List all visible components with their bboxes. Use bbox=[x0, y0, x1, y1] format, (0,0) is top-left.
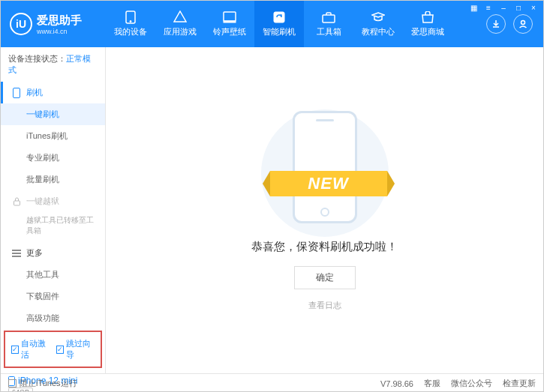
phone-icon bbox=[11, 88, 22, 98]
checkbox-block-itunes[interactable]: 阻止iTunes运行 bbox=[8, 378, 77, 389]
toolbox-icon bbox=[321, 10, 336, 24]
nav-apps[interactable]: 应用游戏 bbox=[155, 1, 205, 47]
sidebar-item-itunes-flash[interactable]: iTunes刷机 bbox=[1, 125, 105, 147]
svg-rect-5 bbox=[323, 15, 335, 22]
version-label: V7.98.66 bbox=[380, 379, 413, 388]
lock-icon bbox=[11, 197, 22, 206]
logo-icon: iU bbox=[10, 13, 32, 35]
svg-rect-7 bbox=[14, 88, 20, 97]
sidebar-item-advanced[interactable]: 高级功能 bbox=[1, 307, 105, 329]
svg-rect-3 bbox=[224, 21, 236, 22]
store-icon bbox=[420, 10, 435, 24]
sidebar-item-download-firmware[interactable]: 下载固件 bbox=[1, 286, 105, 307]
sidebar: 设备连接状态：正常模式 刷机 一键刷机 iTunes刷机 专业刷机 批量刷机 一… bbox=[1, 47, 106, 373]
success-message: 恭喜您，保资料刷机成功啦！ bbox=[251, 240, 398, 254]
success-illustration: NEW bbox=[276, 109, 374, 229]
checkbox-icon bbox=[8, 379, 17, 388]
svg-rect-8 bbox=[14, 201, 20, 205]
new-ribbon: NEW bbox=[270, 171, 387, 196]
win-minimize-button[interactable]: – bbox=[497, 2, 510, 13]
sidebar-item-pro-flash[interactable]: 专业刷机 bbox=[1, 147, 105, 169]
view-log-link[interactable]: 查看日志 bbox=[308, 300, 341, 311]
sidebar-section-more[interactable]: 更多 bbox=[1, 242, 105, 264]
check-icon: ✓ bbox=[11, 346, 19, 354]
more-icon bbox=[11, 250, 22, 257]
checkbox-auto-activate[interactable]: ✓ 自动激活 bbox=[11, 338, 50, 361]
window-controls: ▦ ≡ – □ × bbox=[467, 2, 540, 13]
check-icon: ✓ bbox=[56, 346, 64, 354]
app-header: iU 爱思助手 www.i4.cn 我的设备 应用游戏 铃声壁纸 智能刷机 工具… bbox=[1, 1, 543, 47]
wallpaper-icon bbox=[222, 10, 237, 24]
nav-toolbox[interactable]: 工具箱 bbox=[304, 1, 353, 47]
nav-my-device[interactable]: 我的设备 bbox=[106, 1, 155, 47]
checkbox-skip-wizard[interactable]: ✓ 跳过向导 bbox=[56, 338, 95, 361]
sidebar-item-other-tools[interactable]: 其他工具 bbox=[1, 264, 105, 286]
main-nav: 我的设备 应用游戏 铃声壁纸 智能刷机 工具箱 教程中心 爱思商城 bbox=[106, 1, 452, 47]
svg-point-6 bbox=[521, 21, 525, 25]
checkbox-highlight-box: ✓ 自动激活 ✓ 跳过向导 bbox=[4, 331, 102, 368]
win-settings-button[interactable]: ≡ bbox=[482, 2, 495, 13]
nav-flash[interactable]: 智能刷机 bbox=[254, 1, 304, 47]
svg-point-1 bbox=[130, 21, 131, 22]
svg-rect-4 bbox=[274, 12, 284, 22]
sidebar-section-flash[interactable]: 刷机 bbox=[1, 82, 105, 103]
apps-icon bbox=[173, 10, 188, 24]
flash-icon bbox=[272, 10, 287, 24]
svg-rect-2 bbox=[224, 12, 236, 21]
tutorial-icon bbox=[371, 10, 386, 24]
device-icon bbox=[123, 10, 138, 24]
connection-status: 设备连接状态：正常模式 bbox=[1, 47, 105, 82]
header-right-icons bbox=[486, 14, 543, 34]
logo-area: iU 爱思助手 www.i4.cn bbox=[1, 13, 106, 35]
user-button[interactable] bbox=[513, 14, 533, 34]
wechat-link[interactable]: 微信公众号 bbox=[451, 378, 492, 389]
sidebar-item-batch-flash[interactable]: 批量刷机 bbox=[1, 169, 105, 190]
customer-service-link[interactable]: 客服 bbox=[424, 378, 440, 389]
nav-ringtones[interactable]: 铃声壁纸 bbox=[205, 1, 254, 47]
nav-tutorials[interactable]: 教程中心 bbox=[353, 1, 403, 47]
sidebar-item-oneclick-flash[interactable]: 一键刷机 bbox=[1, 103, 105, 125]
app-title: 爱思助手 bbox=[37, 13, 82, 28]
win-close-button[interactable]: × bbox=[527, 2, 540, 13]
nav-store[interactable]: 爱思商城 bbox=[403, 1, 452, 47]
download-button[interactable] bbox=[486, 14, 506, 34]
jailbreak-note: 越狱工具已转移至工具箱 bbox=[1, 212, 105, 242]
win-maximize-button[interactable]: □ bbox=[512, 2, 525, 13]
check-update-link[interactable]: 检查更新 bbox=[503, 378, 536, 389]
app-url: www.i4.cn bbox=[37, 28, 82, 35]
ok-button[interactable]: 确定 bbox=[294, 266, 356, 289]
win-menu-button[interactable]: ▦ bbox=[467, 2, 480, 13]
sidebar-section-jailbreak: 一键越狱 bbox=[1, 190, 105, 212]
main-content: NEW 恭喜您，保资料刷机成功啦！ 确定 查看日志 bbox=[106, 47, 543, 373]
